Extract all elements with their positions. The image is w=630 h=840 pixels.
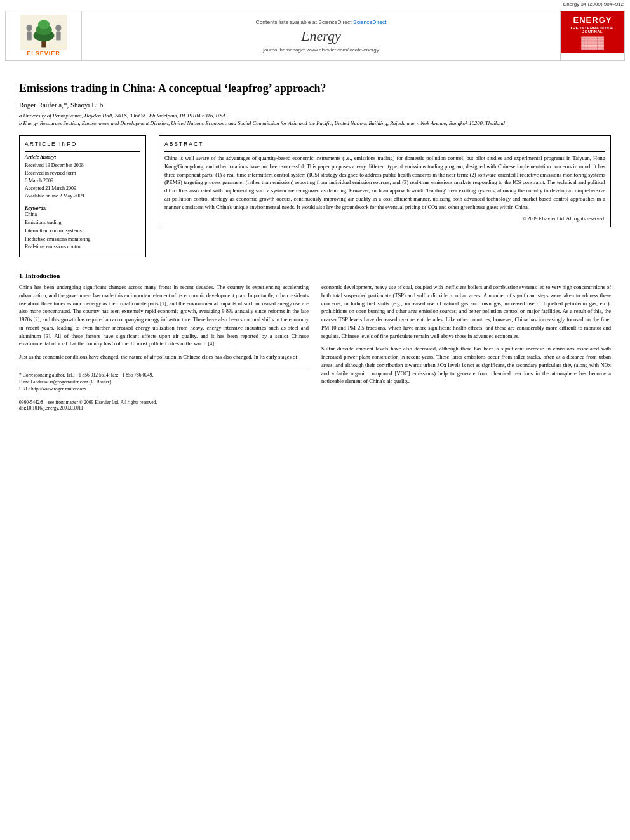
article-info-column: ARTICLE INFO Article history: Received 1… [19, 135, 146, 263]
energy-logo-detail: ▓▓▓▓▓▓▓▓▓▓▓▓▓▓▓▓▓▓▓▓▓ [581, 36, 604, 50]
energy-logo-text: ENERGY [573, 15, 612, 25]
keywords-list: China Emissions trading Intermittent con… [25, 211, 140, 251]
affiliation-b: b Energy Resources Section, Environment … [19, 120, 611, 128]
article-info-heading: ARTICLE INFO [25, 141, 140, 147]
sciencedirect-info: Contents lists available at ScienceDirec… [256, 19, 387, 25]
section1-title: 1. Introduction [19, 272, 611, 279]
abstract-heading: ABSTRACT [164, 141, 605, 147]
history-label: Article history: [25, 154, 140, 160]
footnote-url: URL: http://www.roger-raufer.com [19, 385, 309, 392]
info-abstract-columns: ARTICLE INFO Article history: Received 1… [19, 135, 611, 263]
journal-info: Energy 34 (2009) 904–912 [563, 1, 624, 7]
journal-name: Energy [301, 28, 341, 44]
available-date: Available online 2 May 2009 [25, 192, 140, 200]
journal-homepage: journal homepage: www.elsevier.com/locat… [263, 47, 379, 53]
keyword-emissions-trading: Emissions trading [25, 219, 140, 227]
authors: Roger Raufer a,*, Shaoyi Li b [19, 101, 611, 109]
elsevier-logo-section: ELSEVIER [6, 11, 82, 60]
revised-date: 6 March 2009 [25, 177, 140, 185]
svg-point-5 [26, 25, 32, 32]
author-names: Roger Raufer a,*, Shaoyi Li b [19, 101, 103, 109]
svg-rect-6 [27, 32, 31, 41]
keywords-section: Keywords: China Emissions trading Interm… [25, 205, 140, 251]
keywords-label: Keywords: [25, 205, 140, 211]
sciencedirect-link[interactable]: ScienceDirect [353, 19, 386, 25]
journal-center-section: Contents lists available at ScienceDirec… [82, 11, 561, 60]
article-info-box: ARTICLE INFO Article history: Received 1… [19, 135, 146, 257]
keyword-rtec: Real-time emissions control [25, 243, 140, 251]
body-left-col: China has been undergoing significant ch… [19, 283, 309, 411]
copyright: © 2009 Elsevier Ltd. All rights reserved… [164, 216, 605, 222]
abstract-divider [164, 151, 605, 152]
body-left-para1: China has been undergoing significant ch… [19, 283, 309, 348]
affiliation-a: a University of Pennsylvania, Hayden Hal… [19, 112, 611, 120]
abstract-box: ABSTRACT China is well aware of the adva… [159, 135, 611, 227]
svg-point-4 [37, 20, 49, 29]
body-left-para2: Just as the economic conditions have cha… [19, 353, 309, 361]
keyword-pems: Predictive emissions monitoring [25, 236, 140, 244]
svg-point-7 [55, 25, 61, 32]
body-content: 1. Introduction China has been undergoin… [19, 272, 611, 411]
article-title: Emissions trading in China: A conceptual… [19, 81, 611, 96]
doi-info: doi:10.1016/j.energy.2009.03.011 [19, 405, 309, 411]
abstract-column: ABSTRACT China is well aware of the adva… [159, 135, 611, 263]
bottom-info: 0360-5442/$ – see front matter © 2009 El… [19, 399, 309, 411]
top-bar: Energy 34 (2009) 904–912 [0, 0, 630, 8]
issn-info: 0360-5442/$ – see front matter © 2009 El… [19, 399, 309, 405]
energy-logo-sub: THE INTERNATIONAL JOURNAL [567, 26, 618, 34]
keyword-ics: Intermittent control systems [25, 227, 140, 236]
main-content: Emissions trading in China: A conceptual… [0, 63, 630, 417]
journal-header: ELSEVIER Contents lists available at Sci… [5, 11, 625, 61]
received-date: Received 19 December 2008 [25, 162, 140, 170]
footnote-corresponding: * Corresponding author. Tel.: +1 856 912… [19, 371, 309, 378]
body-right-para2: Sulfur dioxide ambient levels have also … [321, 345, 611, 385]
elsevier-tree-icon [19, 15, 69, 50]
abstract-text: China is well aware of the advantages of… [164, 154, 605, 211]
body-right-para1: economic development, heavy use of coal,… [321, 283, 611, 340]
accepted-date: Accepted 21 March 2009 [25, 185, 140, 192]
footnote-email: E-mail address: rr@rogerraufer.com (R. R… [19, 378, 309, 385]
keyword-china: China [25, 211, 140, 219]
affiliations: a University of Pennsylvania, Hayden Hal… [19, 112, 611, 128]
received-revised-label: Received in revised form [25, 170, 140, 177]
divider [25, 151, 140, 152]
svg-rect-8 [56, 32, 60, 41]
elsevier-text: ELSEVIER [27, 50, 60, 57]
energy-logo-box: ENERGY THE INTERNATIONAL JOURNAL ▓▓▓▓▓▓▓… [561, 11, 624, 53]
body-two-col: China has been undergoing significant ch… [19, 283, 611, 411]
body-right-col: economic development, heavy use of coal,… [321, 283, 611, 411]
footnote-section: * Corresponding author. Tel.: +1 856 912… [19, 368, 309, 393]
